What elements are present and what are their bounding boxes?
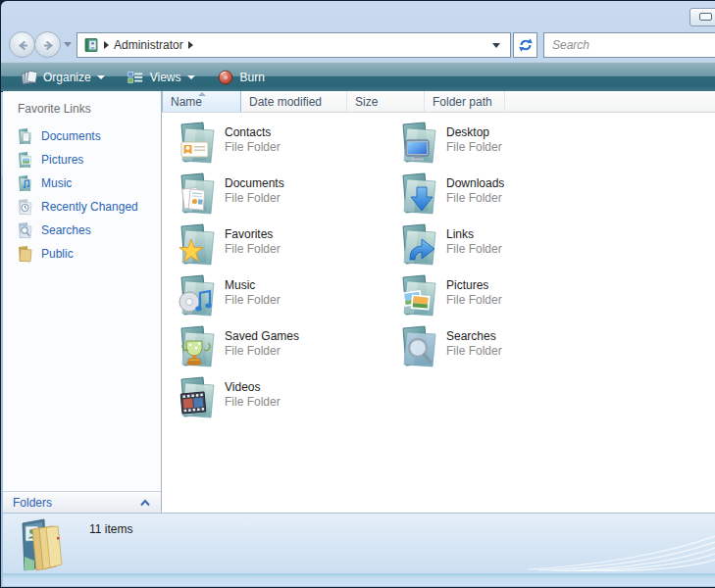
sidebar-link[interactable]: Music bbox=[3, 172, 161, 195]
toolbar-button-label: Views bbox=[150, 71, 181, 84]
sidebar-link[interactable]: Public bbox=[3, 242, 161, 266]
sidebar-link[interactable]: Recently Changed bbox=[3, 195, 161, 219]
folder-tile[interactable]: Searches File Folder bbox=[396, 324, 618, 375]
back-button[interactable] bbox=[9, 31, 35, 58]
folder-tile[interactable]: Favorites File Folder bbox=[175, 222, 396, 273]
minimize-icon bbox=[699, 13, 712, 21]
folder-name: Contacts bbox=[225, 125, 281, 140]
toolbar-button-icon bbox=[217, 69, 234, 86]
toolbar-button-icon bbox=[20, 69, 37, 86]
file-list-area: Name Date modified Size Folder path bbox=[162, 91, 715, 513]
folder-name: Videos bbox=[225, 380, 281, 395]
column-header-label: Name bbox=[171, 95, 202, 109]
explorer-window: Administrator Organize Views bbox=[1, 1, 715, 587]
profile-folder-icon bbox=[13, 515, 72, 574]
chevron-up-icon bbox=[139, 499, 151, 507]
sidebar-link-icon bbox=[16, 174, 33, 192]
folder-tile-text: Documents File Folder bbox=[225, 172, 284, 222]
command-toolbar: Organize Views Burn bbox=[1, 62, 715, 92]
search-box[interactable] bbox=[543, 32, 715, 58]
folder-tile[interactable]: Contacts File Folder bbox=[175, 121, 396, 172]
column-header[interactable]: Name bbox=[162, 91, 241, 112]
folder-type: File Folder bbox=[225, 293, 281, 308]
column-header[interactable]: Date modified bbox=[241, 91, 347, 112]
minimize-button[interactable] bbox=[689, 8, 715, 26]
column-header[interactable]: Folder path bbox=[425, 91, 505, 112]
sidebar-link-label: Recently Changed bbox=[41, 200, 138, 214]
sidebar-link-icon bbox=[16, 198, 33, 216]
column-header-label: Date modified bbox=[249, 95, 322, 109]
search-input[interactable] bbox=[544, 33, 715, 57]
sidebar-link-icon bbox=[16, 127, 33, 145]
toolbar-button[interactable]: Burn bbox=[208, 65, 274, 90]
folder-type: File Folder bbox=[446, 242, 502, 257]
folder-type: File Folder bbox=[446, 344, 502, 359]
title-bar[interactable] bbox=[1, 1, 715, 29]
folder-icon bbox=[175, 324, 218, 368]
folder-icon bbox=[396, 172, 439, 215]
sidebar-link-label: Searches bbox=[41, 223, 91, 237]
folder-tile[interactable]: Downloads File Folder bbox=[396, 172, 618, 222]
sidebar-link-icon bbox=[16, 151, 33, 169]
folder-icon bbox=[175, 172, 218, 215]
folder-tiles: Contacts File Folder Desktop File Folder bbox=[175, 121, 618, 426]
toolbar-button[interactable]: Organize bbox=[11, 65, 114, 90]
decorative-swirl bbox=[529, 530, 715, 571]
sidebar-link[interactable]: Documents bbox=[3, 124, 161, 148]
folder-type: File Folder bbox=[225, 140, 281, 155]
navigation-pane: Favorite Links Documents Pictures Music bbox=[3, 91, 161, 513]
folder-tile[interactable]: Saved Games File Folder bbox=[175, 324, 396, 375]
folder-icon bbox=[396, 324, 439, 368]
folder-tile-text: Pictures File Folder bbox=[446, 273, 502, 324]
toolbar-button-label: Burn bbox=[240, 71, 265, 84]
folder-name: Favorites bbox=[225, 227, 281, 242]
refresh-button[interactable] bbox=[513, 32, 537, 58]
column-header[interactable]: Size bbox=[347, 91, 425, 112]
folder-name: Desktop bbox=[446, 125, 502, 140]
folder-name: Downloads bbox=[446, 176, 504, 191]
folder-tile[interactable]: Documents File Folder bbox=[175, 172, 396, 222]
breadcrumb-segment[interactable]: Administrator bbox=[114, 38, 183, 52]
toolbar-button[interactable]: Views bbox=[118, 65, 204, 90]
breadcrumb-separator-icon[interactable] bbox=[104, 41, 109, 49]
breadcrumb-separator-icon[interactable] bbox=[188, 41, 193, 49]
column-header-label: Size bbox=[355, 95, 378, 109]
folder-name: Music bbox=[225, 278, 281, 293]
folders-bar[interactable]: Folders bbox=[3, 491, 161, 513]
chevron-down-icon bbox=[97, 75, 105, 79]
sidebar-link[interactable]: Pictures bbox=[3, 148, 161, 172]
chevron-down-icon bbox=[187, 75, 195, 79]
forward-button[interactable] bbox=[34, 31, 61, 58]
address-bar[interactable]: Administrator bbox=[77, 32, 511, 58]
address-book-icon bbox=[83, 37, 99, 53]
folder-type: File Folder bbox=[225, 395, 281, 410]
folder-tile[interactable]: Music File Folder bbox=[175, 273, 396, 324]
folder-tile[interactable]: Pictures File Folder bbox=[396, 273, 618, 324]
folder-tile[interactable]: Links File Folder bbox=[396, 222, 618, 273]
folder-type: File Folder bbox=[225, 242, 281, 257]
column-header-filler bbox=[505, 91, 715, 112]
sidebar-link-label: Documents bbox=[41, 129, 101, 143]
refresh-icon bbox=[517, 36, 535, 54]
folders-bar-label: Folders bbox=[13, 496, 52, 510]
folder-name: Searches bbox=[446, 329, 502, 344]
folder-tile[interactable]: Videos File Folder bbox=[175, 375, 396, 426]
folder-icon bbox=[175, 375, 218, 418]
folder-tile-text: Videos File Folder bbox=[225, 375, 281, 426]
sidebar-link[interactable]: Searches bbox=[3, 219, 161, 242]
column-header-label: Folder path bbox=[433, 95, 492, 109]
toolbar-button-label: Organize bbox=[43, 71, 91, 84]
folder-tile-text: Downloads File Folder bbox=[446, 172, 504, 222]
folder-type: File Folder bbox=[446, 140, 502, 155]
back-arrow-icon bbox=[15, 37, 31, 54]
sidebar-link-icon bbox=[16, 245, 33, 263]
folder-tile-text: Saved Games File Folder bbox=[225, 324, 299, 375]
folder-icon bbox=[175, 222, 218, 266]
folder-tile[interactable]: Desktop File Folder bbox=[396, 121, 618, 172]
address-dropdown-icon[interactable] bbox=[492, 43, 500, 48]
navigation-bar: Administrator bbox=[1, 29, 715, 62]
folder-name: Documents bbox=[225, 176, 284, 191]
recent-pages-dropdown[interactable] bbox=[64, 42, 72, 47]
folder-icon bbox=[396, 121, 439, 164]
folder-type: File Folder bbox=[225, 344, 299, 359]
